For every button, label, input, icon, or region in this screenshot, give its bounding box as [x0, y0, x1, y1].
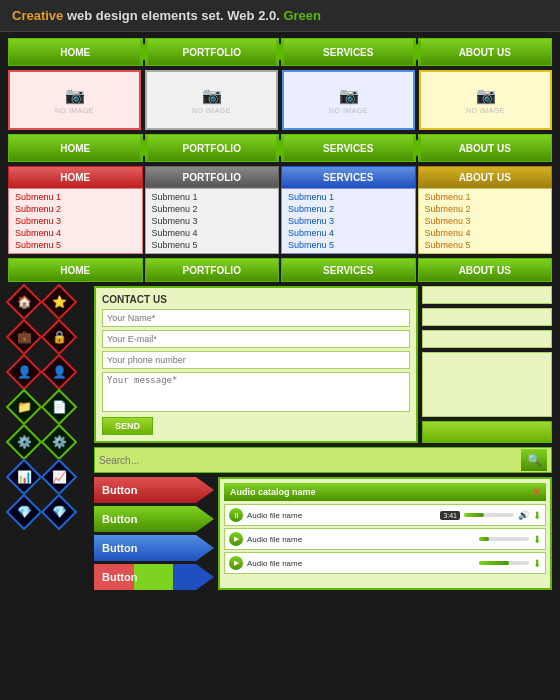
nav2-services[interactable]: SERVICES [281, 134, 416, 162]
audio-close-button[interactable]: × [533, 485, 540, 499]
icon-btn-1b[interactable]: ⭐ [43, 286, 75, 318]
nav1-portfolio[interactable]: PORTFOLIO [145, 38, 280, 66]
right-panel: CONTACT US SEND [94, 286, 552, 590]
phone-input[interactable] [102, 351, 410, 369]
nav-sub-item-4-3[interactable]: Submenu 3 [423, 215, 548, 227]
nav1-about-label: ABOUT US [459, 47, 511, 58]
name-input[interactable] [102, 309, 410, 327]
download-icon-3[interactable]: ⬇ [533, 558, 541, 569]
nav-sub-label-3: SERVICES [323, 172, 373, 183]
download-icon-1[interactable]: ⬇ [533, 510, 541, 521]
button-3[interactable]: Button [94, 535, 214, 561]
nav-bar-2: HOME PORTFOLIO SERVICES ABOUT US [8, 134, 552, 162]
play-button-2[interactable]: ▶ [229, 532, 243, 546]
nav-sub-header-3[interactable]: SERVICES [281, 166, 416, 188]
search-input[interactable] [99, 455, 521, 466]
message-input[interactable] [102, 372, 410, 412]
form-right-textarea [422, 352, 552, 417]
audio-track-3: ▶ Audio file name ⬇ [224, 552, 546, 574]
camera-icon-4: 📷 [476, 86, 496, 105]
volume-icon-1[interactable]: 🔊 [518, 510, 529, 520]
play-button-1[interactable]: ⏸ [229, 508, 243, 522]
icon-btn-7b[interactable]: 💎 [43, 496, 75, 528]
track-name-1: Audio file name [247, 511, 436, 520]
person-icon: 👤 [17, 365, 32, 379]
nav-sub-item-2-3[interactable]: Submenu 3 [150, 215, 275, 227]
title-creative: Creative [12, 8, 63, 23]
icon-btn-6a[interactable]: 📊 [8, 461, 40, 493]
email-input[interactable] [102, 330, 410, 348]
download-icon-2[interactable]: ⬇ [533, 534, 541, 545]
icon-btn-3a[interactable]: 👤 [8, 356, 40, 388]
nav2-services-label: SERVICES [323, 143, 373, 154]
button-4[interactable]: Button [94, 564, 214, 590]
nav4-portfolio[interactable]: PORTFOLIO [145, 258, 280, 282]
nav-sub-item-2-5[interactable]: Submenu 5 [150, 239, 275, 251]
icon-diamond-6b: 📈 [41, 459, 78, 496]
nav-sub-item-1-5[interactable]: Submenu 5 [13, 239, 138, 251]
star-icon: ⭐ [52, 295, 67, 309]
thumbnail-4: 📷 NO IMAGE [419, 70, 552, 130]
nav-sub-item-1-4[interactable]: Submenu 4 [13, 227, 138, 239]
nav2-services-arrow-left [276, 134, 284, 162]
button-1[interactable]: Button [94, 477, 214, 503]
nav1-services[interactable]: SERVICES [281, 38, 416, 66]
nav2-home[interactable]: HOME [8, 134, 143, 162]
title-green: Green [283, 8, 321, 23]
nav2-portfolio[interactable]: PORTFOLIO [145, 134, 280, 162]
nav-sub-item-3-1[interactable]: Submenu 1 [286, 191, 411, 203]
nav-sub-item-2-1[interactable]: Submenu 1 [150, 191, 275, 203]
nav-sub-list-4: Submenu 1 Submenu 2 Submenu 3 Submenu 4 … [418, 188, 553, 254]
nav-sub-item-2-4[interactable]: Submenu 4 [150, 227, 275, 239]
icon-btn-6b[interactable]: 📈 [43, 461, 75, 493]
briefcase-icon: 💼 [17, 330, 32, 344]
icon-diamond-3a: 👤 [6, 354, 43, 391]
nav-sub-item-2-2[interactable]: Submenu 2 [150, 203, 275, 215]
nav4-about[interactable]: ABOUT US [418, 258, 553, 282]
nav-sub-item-3-2[interactable]: Submenu 2 [286, 203, 411, 215]
nav2-about[interactable]: ABOUT US [418, 134, 553, 162]
chart-icon: 📊 [17, 470, 32, 484]
icon-diamond-1a: 🏠 [6, 284, 43, 321]
nav-sub-item-1-3[interactable]: Submenu 3 [13, 215, 138, 227]
icon-btn-4a[interactable]: 📁 [8, 391, 40, 423]
nav1-about[interactable]: ABOUT US [418, 38, 553, 66]
search-button[interactable]: 🔍 [521, 449, 547, 471]
track-progress-fill-3 [479, 561, 509, 565]
icon-btn-5b[interactable]: ⚙️ [43, 426, 75, 458]
icon-diamond-4a: 📁 [6, 389, 43, 426]
nav-sub-item-3-4[interactable]: Submenu 4 [286, 227, 411, 239]
nav-sub-item-4-4[interactable]: Submenu 4 [423, 227, 548, 239]
icon-btn-1a[interactable]: 🏠 [8, 286, 40, 318]
nav-sub-item-1-2[interactable]: Submenu 2 [13, 203, 138, 215]
nav-sub-item-4-2[interactable]: Submenu 2 [423, 203, 548, 215]
button-4-label: Button [102, 571, 137, 583]
nav-sub-item-3-5[interactable]: Submenu 5 [286, 239, 411, 251]
icon-btn-3b[interactable]: 👤 [43, 356, 75, 388]
icon-btn-2a[interactable]: 💼 [8, 321, 40, 353]
icon-btn-7a[interactable]: 💎 [8, 496, 40, 528]
nav-sub-item-4-5[interactable]: Submenu 5 [423, 239, 548, 251]
icon-btn-4b[interactable]: 📄 [43, 391, 75, 423]
play-button-3[interactable]: ▶ [229, 556, 243, 570]
nav-sub-item-4-1[interactable]: Submenu 1 [423, 191, 548, 203]
nav-sub-item-1-1[interactable]: Submenu 1 [13, 191, 138, 203]
no-image-4: NO IMAGE [466, 107, 505, 114]
button-2[interactable]: Button [94, 506, 214, 532]
form-right-btn[interactable] [422, 421, 552, 443]
button-2-label: Button [102, 513, 137, 525]
nav-bar-4: HOME PORTFOLIO SERVICES ABOUT US [8, 258, 552, 282]
nav-sub-header-2[interactable]: PORTFOLIO [145, 166, 280, 188]
icon-diamond-5a: ⚙️ [6, 424, 43, 461]
track-progress-fill-1 [464, 513, 484, 517]
icon-btn-2b[interactable]: 🔒 [43, 321, 75, 353]
nav4-home[interactable]: HOME [8, 258, 143, 282]
nav-sub-header-1[interactable]: HOME [8, 166, 143, 188]
nav-sub-header-4[interactable]: ABOUT US [418, 166, 553, 188]
send-button[interactable]: SEND [102, 417, 153, 435]
nav1-home[interactable]: HOME [8, 38, 143, 66]
icon-btn-5a[interactable]: ⚙️ [8, 426, 40, 458]
nav-sub-item-3-3[interactable]: Submenu 3 [286, 215, 411, 227]
nav-sub-label-4: ABOUT US [459, 172, 511, 183]
nav4-services[interactable]: SERVICES [281, 258, 416, 282]
